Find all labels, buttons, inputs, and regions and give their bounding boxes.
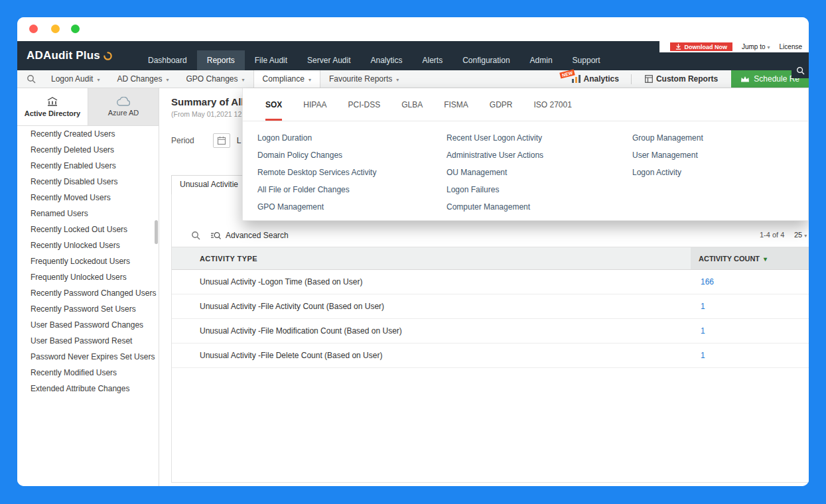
compliance-tab-iso-27001[interactable]: ISO 27001 [534,88,572,121]
compliance-link-all-file-or-folder-changes[interactable]: All File or Folder Changes [257,181,376,198]
sidebar-item-user-based-password-reset[interactable]: User Based Password Reset [17,333,159,349]
sidebar-item-recently-locked-out-users[interactable]: Recently Locked Out Users [17,221,159,237]
toolbar-dropdown-logon-audit[interactable]: Logon Audit [42,70,108,88]
toolbar-dropdowns: Logon AuditAD ChangesGPO Changes [42,70,253,88]
sidebar-item-recently-password-changed-users[interactable]: Recently Password Changed Users [17,285,159,301]
compliance-mega-menu: SOXHIPAAPCI-DSSGLBAFISMAGDPRISO 27001 Lo… [242,88,809,221]
tab-unusual-activities[interactable]: Unusual Activitie [171,175,247,194]
activity-count-link[interactable]: 1 [701,326,705,336]
chevron-down-icon [97,74,100,84]
sidebar-item-recently-unlocked-users[interactable]: Recently Unlocked Users [17,237,159,253]
compliance-tab-glba[interactable]: GLBA [401,88,423,121]
compliance-link-logon-failures[interactable]: Logon Failures [447,181,543,198]
sidebar-item-recently-enabled-users[interactable]: Recently Enabled Users [17,158,159,174]
activity-count-link[interactable]: 1 [701,351,705,360]
compliance-tab-pci-dss[interactable]: PCI-DSS [348,88,380,121]
menu-item-support[interactable]: Support [563,50,610,70]
pagination-range: 1-4 of 4 [760,231,784,239]
custom-reports-button[interactable]: Custom Reports [637,70,726,88]
license-link[interactable]: License [780,43,802,50]
favourite-reports-dropdown[interactable]: Favourite Reports [320,70,407,88]
compliance-link-logon-duration[interactable]: Logon Duration [257,129,376,147]
sidebar-item-recently-password-set-users[interactable]: Recently Password Set Users [17,301,159,317]
toolbar-divider [631,74,632,84]
download-now-label: Download Now [684,44,727,50]
toolbar-dropdown-gpo-changes[interactable]: GPO Changes [177,70,253,88]
advanced-search-button[interactable]: Advanced Search [211,231,289,240]
window-zoom-button[interactable] [71,25,80,33]
activity-type-cell: Unusual Activity -File Modification Coun… [172,326,402,336]
search-icon[interactable] [191,231,200,240]
compliance-link-domain-policy-changes[interactable]: Domain Policy Changes [257,147,376,164]
jump-to-link[interactable]: Jump to [742,43,770,50]
compliance-link-computer-management[interactable]: Computer Management [447,198,543,216]
global-search-button[interactable] [792,63,809,78]
toolbar-dropdown-ad-changes[interactable]: AD Changes [108,70,177,88]
window-titlebar [17,17,809,41]
column-activity-count[interactable]: ACTIVITY COUNT [691,247,809,269]
menu-item-admin[interactable]: Admin [520,50,563,70]
compliance-tab-hipaa[interactable]: HIPAA [303,88,326,121]
search-icon[interactable] [27,74,36,84]
sidebar-item-recently-deleted-users[interactable]: Recently Deleted Users [17,142,159,158]
tab-active-directory[interactable]: Active Directory [17,88,88,125]
reports-toolbar: Logon AuditAD ChangesGPO Changes Complia… [17,70,809,88]
sidebar-item-user-based-password-changes[interactable]: User Based Password Changes [17,317,159,333]
custom-reports-label: Custom Reports [656,74,718,84]
compliance-tab-gdpr[interactable]: GDPR [490,88,513,121]
table-row: Unusual Activity -File Modification Coun… [172,319,809,344]
window-close-button[interactable] [29,25,38,33]
compliance-dropdown[interactable]: Compliance [253,70,320,88]
menu-item-dashboard[interactable]: Dashboard [138,50,197,70]
compliance-label: Compliance [263,74,305,84]
compliance-link-recent-user-logon-activity[interactable]: Recent User Logon Activity [447,129,543,147]
menu-item-reports[interactable]: Reports [197,50,245,70]
page-size-select[interactable]: 25 [794,231,807,239]
tab-azure-ad-label: Azure AD [108,109,139,117]
report-grid-icon [645,75,653,83]
page-subtitle: (From May 01,2021 12:0 [171,110,247,118]
compliance-link-logon-activity[interactable]: Logon Activity [632,164,703,181]
sidebar-item-recently-disabled-users[interactable]: Recently Disabled Users [17,174,159,190]
menu-item-configuration[interactable]: Configuration [452,50,519,70]
compliance-tab-sox[interactable]: SOX [265,88,282,121]
calendar-button[interactable] [213,133,230,148]
compliance-link-gpo-management[interactable]: GPO Management [257,198,376,216]
period-row: Period L [171,133,241,148]
sidebar-tabs: Active Directory Azure AD [17,88,159,126]
analytics-shortcut[interactable]: NEW Analytics [559,70,626,88]
tab-azure-ad[interactable]: Azure AD [88,88,159,125]
menu-item-file-audit[interactable]: File Audit [245,50,297,70]
activity-count-link[interactable]: 166 [701,277,714,286]
sidebar-item-frequently-lockedout-users[interactable]: Frequently Lockedout Users [17,253,159,269]
menu-item-server-audit[interactable]: Server Audit [297,50,360,70]
chevron-down-icon [166,74,169,84]
window-minimize-button[interactable] [51,25,60,33]
favourite-reports-label: Favourite Reports [329,74,392,84]
compliance-tab-fisma[interactable]: FISMA [444,88,468,121]
sidebar-item-frequently-unlocked-users[interactable]: Frequently Unlocked Users [17,269,159,285]
top-nav: ADAudit Plus DashboardReportsFile AuditS… [17,41,809,70]
compliance-link-remote-desktop-services-activity[interactable]: Remote Desktop Services Activity [257,164,376,181]
column-activity-type[interactable]: ACTIVITY TYPE [172,255,257,263]
menu-item-alerts[interactable]: Alerts [413,50,453,70]
compliance-column-3: Group ManagementUser ManagementLogon Act… [632,129,703,181]
app-window: ADAudit Plus DashboardReportsFile AuditS… [17,17,809,486]
compliance-link-group-management[interactable]: Group Management [632,129,703,147]
menu-item-analytics[interactable]: Analytics [360,50,412,70]
compliance-link-ou-management[interactable]: OU Management [447,164,543,181]
sidebar-item-recently-modified-users[interactable]: Recently Modified Users [17,365,159,381]
sidebar-item-renamed-users[interactable]: Renamed Users [17,206,159,221]
compliance-link-administrative-user-actions[interactable]: Administrative User Actions [447,147,543,164]
sidebar-item-password-never-expires-set-users[interactable]: Password Never Expires Set Users [17,349,159,365]
activity-count-link[interactable]: 1 [701,302,705,311]
sidebar-scrollbar[interactable] [155,220,158,244]
sidebar-item-extended-attribute-changes[interactable]: Extended Attribute Changes [17,381,159,397]
compliance-column-2: Recent User Logon ActivityAdministrative… [447,129,543,216]
download-now-button[interactable]: Download Now [670,42,732,51]
analytics-label: Analytics [584,74,619,84]
sidebar-item-recently-created-users[interactable]: Recently Created Users [17,126,159,142]
toolbar-dropdown-label: Logon Audit [51,74,93,84]
compliance-link-user-management[interactable]: User Management [632,147,703,164]
sidebar-item-recently-moved-users[interactable]: Recently Moved Users [17,190,159,206]
